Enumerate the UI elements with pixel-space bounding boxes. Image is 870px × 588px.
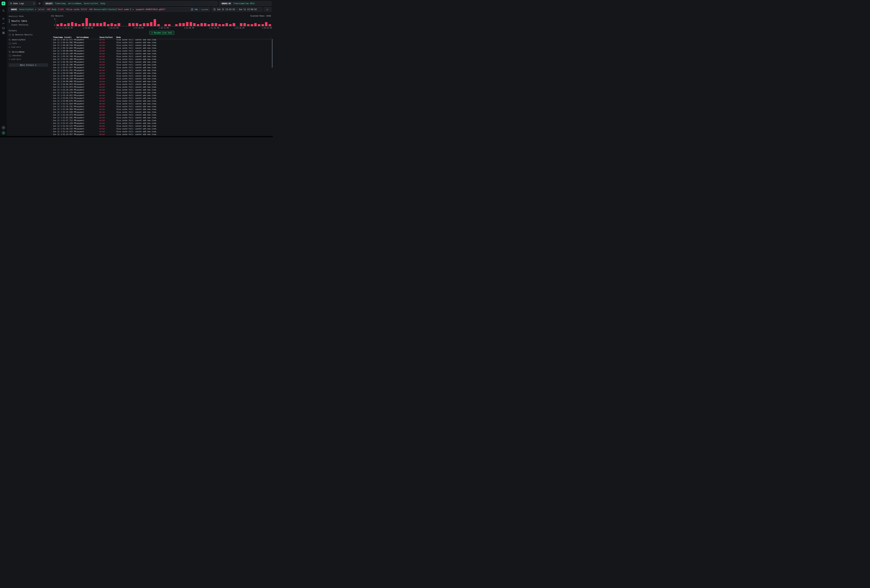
order-by-input[interactable]: ORDER BY TimestampTime DESC bbox=[219, 1, 271, 6]
row-expand-icon[interactable]: › bbox=[51, 131, 53, 132]
lucene-mode-toggle[interactable]: Lucene bbox=[201, 8, 208, 10]
row-expand-icon[interactable]: › bbox=[51, 106, 53, 107]
row-expand-icon[interactable]: › bbox=[51, 111, 53, 113]
avatar[interactable]: U bbox=[1, 131, 5, 135]
chart-icon[interactable] bbox=[2, 22, 5, 25]
table-row[interactable]: ›Jun 11 1:51:47.229 PMpaymenterrorVisa c… bbox=[51, 122, 273, 125]
row-expand-icon[interactable]: › bbox=[51, 92, 53, 94]
more-filters-button[interactable]: More filters bbox=[9, 63, 48, 67]
facet-option-checkbox[interactable] bbox=[9, 55, 11, 57]
table-options-icon[interactable]: ⋮ bbox=[270, 36, 272, 38]
mode-event-patterns[interactable]: Event Patterns bbox=[9, 23, 48, 27]
table-row[interactable]: ›Jun 11 1:52:30.469 PMpaymenterrorVisa c… bbox=[51, 108, 273, 111]
table-scrollbar[interactable] bbox=[272, 39, 273, 68]
row-expand-icon[interactable]: › bbox=[51, 97, 53, 99]
table-row[interactable]: ›Jun 11 1:56:38.534 PMpaymenterrorVisa c… bbox=[51, 44, 273, 47]
row-expand-icon[interactable]: › bbox=[51, 128, 53, 130]
table-row[interactable]: ›Jun 11 1:53:24.274 PMpaymenterrorVisa c… bbox=[51, 91, 273, 94]
table-row[interactable]: ›Jun 11 1:51:23.457 PMpaymenterrorVisa c… bbox=[51, 133, 273, 136]
run-query-button[interactable]: ▷ bbox=[264, 7, 271, 12]
facet-option-checkbox[interactable] bbox=[9, 42, 11, 45]
row-expand-icon[interactable]: › bbox=[51, 53, 53, 55]
table-row[interactable]: ›Jun 11 1:52:51.824 PMpaymenterrorVisa c… bbox=[51, 102, 273, 105]
row-expand-icon[interactable]: › bbox=[51, 61, 53, 63]
row-expand-icon[interactable]: › bbox=[51, 55, 53, 57]
table-row[interactable]: ›Jun 11 1:53:10.922 PMpaymenterrorVisa c… bbox=[51, 94, 273, 97]
row-expand-icon[interactable]: › bbox=[51, 122, 53, 124]
row-expand-icon[interactable]: › bbox=[51, 89, 53, 91]
denoise-checkbox[interactable] bbox=[9, 34, 11, 36]
load-more-service[interactable]: Load more bbox=[9, 58, 48, 60]
table-row[interactable]: ›Jun 11 1:54:52.241 PMpaymenterrorVisa c… bbox=[51, 69, 273, 71]
row-expand-icon[interactable]: › bbox=[51, 75, 53, 77]
logs-icon[interactable] bbox=[2, 17, 5, 20]
row-expand-icon[interactable]: › bbox=[51, 83, 53, 85]
table-row[interactable]: ›Jun 11 1:54:26.230 PMpaymenterrorVisa c… bbox=[51, 77, 273, 80]
sql-mode-toggle[interactable]: SQL bbox=[195, 8, 198, 10]
row-expand-icon[interactable]: › bbox=[51, 42, 53, 43]
table-row[interactable]: ›Jun 11 1:51:31.415 PMpaymenterrorVisa c… bbox=[51, 130, 273, 133]
table-row[interactable]: ›Jun 11 1:56:08.948 PMpaymenterrorVisa c… bbox=[51, 49, 273, 52]
row-expand-icon[interactable]: › bbox=[51, 103, 53, 105]
column-header-body[interactable]: ⋮Body bbox=[116, 36, 273, 38]
app-logo[interactable] bbox=[1, 1, 5, 5]
table-row[interactable]: ›Jun 11 1:56:03.248 PMpaymenterrorVisa c… bbox=[51, 52, 273, 55]
row-expand-icon[interactable]: › bbox=[51, 133, 53, 135]
table-row[interactable]: ›Jun 11 1:54:43.948 PMpaymenterrorVisa c… bbox=[51, 71, 273, 74]
column-menu-icon[interactable]: ⋮ bbox=[98, 36, 100, 38]
table-row[interactable]: ›Jun 11 1:52:19.473 PMpaymenterrorVisa c… bbox=[51, 113, 273, 116]
table-row[interactable]: ›Jun 11 1:56:32.843 PMpaymenterrorVisa c… bbox=[51, 47, 273, 49]
row-expand-icon[interactable]: › bbox=[51, 125, 53, 127]
row-expand-icon[interactable]: › bbox=[51, 114, 53, 116]
row-expand-icon[interactable]: › bbox=[51, 39, 53, 41]
where-query-input[interactable]: WHERE SeverityText = 'error' AND Body IL… bbox=[8, 7, 210, 12]
table-row[interactable]: ›Jun 11 1:54:06.953 PMpaymenterrorVisa c… bbox=[51, 83, 273, 86]
resume-live-tail-button[interactable]: Resume Live Tail bbox=[149, 31, 174, 34]
load-more-severity[interactable]: Load more bbox=[9, 46, 48, 48]
table-row[interactable]: ›Jun 11 1:54:40.218 PMpaymenterrorVisa c… bbox=[51, 74, 273, 77]
table-row[interactable]: ›Jun 11 1:55:51.448 PMpaymenterrorVisa c… bbox=[51, 58, 273, 61]
table-row[interactable]: ›Jun 11 1:53:05.578 PMpaymenterrorVisa c… bbox=[51, 97, 273, 100]
table-row[interactable]: ›Jun 11 1:51:39.115 PMpaymenterrorVisa c… bbox=[51, 127, 273, 130]
row-expand-icon[interactable]: › bbox=[51, 94, 53, 96]
table-row[interactable]: ›Jun 11 1:53:00.676 PMpaymenterrorVisa c… bbox=[51, 100, 273, 102]
source-settings-button[interactable]: ⚙ bbox=[37, 1, 42, 6]
column-menu-icon[interactable]: ⋮ bbox=[75, 36, 77, 38]
row-expand-icon[interactable]: › bbox=[51, 117, 53, 119]
row-expand-icon[interactable]: › bbox=[51, 58, 53, 60]
table-row[interactable]: ›Jun 11 1:55:39.324 PMpaymenterrorVisa c… bbox=[51, 61, 273, 63]
chart-bars[interactable] bbox=[56, 18, 272, 26]
row-expand-icon[interactable]: › bbox=[51, 69, 53, 71]
table-row[interactable]: ›Jun 11 1:56:51.975 PMpaymenterrorVisa c… bbox=[51, 39, 273, 41]
table-row[interactable]: ›Jun 11 1:55:59.760 PMpaymenterrorVisa c… bbox=[51, 55, 273, 58]
table-row[interactable]: ›Jun 11 1:52:35.232 PMpaymenterrorVisa c… bbox=[51, 105, 273, 108]
help-button[interactable]: ? bbox=[1, 126, 5, 130]
source-select[interactable]: Demo Logs bbox=[8, 1, 36, 6]
column-header-servicename[interactable]: ⋮ServiceName bbox=[77, 36, 100, 38]
table-row[interactable]: ›Jun 11 1:56:42.995 PMpaymenterrorVisa c… bbox=[51, 41, 273, 44]
table-row[interactable]: ›Jun 11 1:53:41.873 PMpaymenterrorVisa c… bbox=[51, 86, 273, 88]
row-expand-icon[interactable]: › bbox=[51, 86, 53, 88]
table-row[interactable]: ›Jun 11 1:52:25.630 PMpaymenterrorVisa c… bbox=[51, 111, 273, 113]
row-expand-icon[interactable]: › bbox=[51, 119, 53, 121]
row-expand-icon[interactable]: › bbox=[51, 78, 53, 80]
row-expand-icon[interactable]: › bbox=[51, 50, 53, 52]
row-expand-icon[interactable]: › bbox=[51, 72, 53, 74]
table-row[interactable]: ›Jun 11 1:52:02.581 PMpaymenterrorVisa c… bbox=[51, 116, 273, 119]
row-expand-icon[interactable]: › bbox=[51, 109, 53, 110]
select-query-input[interactable]: SELECT Timestamp, ServiceName, SeverityT… bbox=[43, 1, 218, 6]
table-row[interactable]: ›Jun 11 1:51:43.121 PMpaymenterrorVisa c… bbox=[51, 125, 273, 127]
time-range-picker[interactable]: Jun 11 13:41:52 - Jun 11 13:56:52 bbox=[212, 7, 262, 12]
table-row[interactable]: ›Jun 11 1:53:26.250 PMpaymenterrorVisa c… bbox=[51, 88, 273, 91]
column-menu-icon[interactable]: ⋮ bbox=[115, 36, 117, 38]
row-expand-icon[interactable]: › bbox=[51, 67, 53, 68]
sessions-icon[interactable] bbox=[2, 27, 5, 30]
table-row[interactable]: ›Jun 11 1:55:07.827 PMpaymenterrorVisa c… bbox=[51, 66, 273, 69]
row-expand-icon[interactable]: › bbox=[51, 47, 53, 49]
row-expand-icon[interactable]: › bbox=[51, 45, 53, 46]
table-row[interactable]: ›Jun 11 1:54:09.906 PMpaymenterrorVisa c… bbox=[51, 80, 273, 83]
dashboards-icon[interactable] bbox=[2, 31, 5, 34]
row-expand-icon[interactable]: › bbox=[51, 64, 53, 66]
table-row[interactable]: ›Jun 11 1:55:16.296 PMpaymenterrorVisa c… bbox=[51, 63, 273, 66]
table-row[interactable]: ›Jun 11 1:51:57.712 PMpaymenterrorVisa c… bbox=[51, 119, 273, 122]
